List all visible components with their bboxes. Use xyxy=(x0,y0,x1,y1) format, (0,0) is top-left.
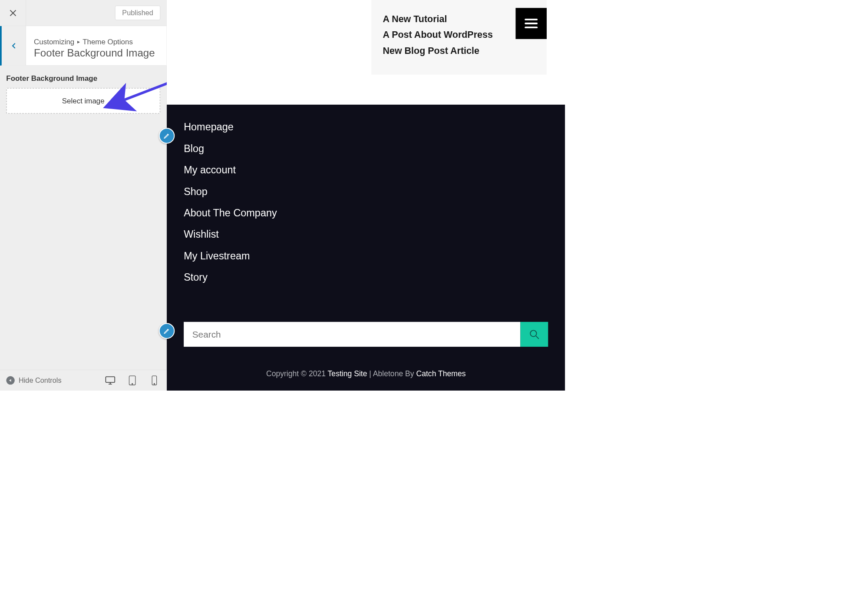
pencil-icon xyxy=(163,328,170,335)
edit-shortcut-search[interactable] xyxy=(159,323,175,338)
device-switcher xyxy=(104,373,161,388)
search-icon xyxy=(529,329,540,340)
post-link[interactable]: A Post About WordPress xyxy=(383,30,535,40)
footer-menu-link[interactable]: Shop xyxy=(184,186,565,197)
theme-author-link[interactable]: Catch Themes xyxy=(416,369,465,378)
breadcrumb-section: Theme Options xyxy=(83,37,133,46)
copyright-text: | Abletone By xyxy=(367,369,416,378)
svg-line-15 xyxy=(536,336,539,339)
panel-top-bar: Published xyxy=(0,0,166,26)
svg-marker-2 xyxy=(9,379,11,381)
footer-menu-link[interactable]: Blog xyxy=(184,143,565,154)
select-image-button[interactable]: Select image xyxy=(6,88,160,113)
breadcrumb-separator-icon: ▸ xyxy=(77,39,80,45)
post-link[interactable]: New Blog Post Article xyxy=(383,45,535,56)
device-tablet-button[interactable] xyxy=(126,373,139,388)
svg-rect-3 xyxy=(106,377,115,382)
preview-frame: A New Tutorial A Post About WordPress Ne… xyxy=(167,0,565,391)
bottom-bar: Hide Controls xyxy=(0,370,167,391)
tablet-icon xyxy=(127,375,137,385)
breadcrumb-title: Footer Background Image xyxy=(34,47,155,59)
hide-controls-label: Hide Controls xyxy=(19,376,62,385)
footer-menu-link[interactable]: Homepage xyxy=(184,121,565,133)
menu-toggle-button[interactable] xyxy=(515,8,547,39)
copyright-text: Copyright © 2021 xyxy=(266,369,328,378)
search-submit-button[interactable] xyxy=(520,322,548,347)
footer-search xyxy=(184,322,548,347)
panel-body: Footer Background Image Select image xyxy=(0,66,166,122)
device-desktop-button[interactable] xyxy=(104,373,117,388)
search-input[interactable] xyxy=(184,322,520,347)
hide-controls-button[interactable]: Hide Controls xyxy=(6,376,61,385)
post-link[interactable]: A New Tutorial xyxy=(383,13,535,24)
mobile-icon xyxy=(149,375,159,385)
breadcrumb-prefix: Customizing xyxy=(34,37,74,46)
footer-menu-link[interactable]: My Livestream xyxy=(184,250,565,262)
svg-point-14 xyxy=(530,330,536,336)
svg-point-7 xyxy=(132,383,133,384)
collapse-icon xyxy=(6,376,15,385)
footer-menu: Homepage Blog My account Shop About The … xyxy=(167,105,565,283)
chevron-left-icon xyxy=(10,42,17,50)
edit-shortcut-menu[interactable] xyxy=(159,128,175,143)
svg-point-9 xyxy=(154,383,155,384)
breadcrumb: Customizing ▸ Theme Options Footer Backg… xyxy=(26,26,163,65)
footer-menu-link[interactable]: My account xyxy=(184,164,565,176)
panel-breadcrumb-row: Customizing ▸ Theme Options Footer Backg… xyxy=(0,26,166,66)
close-icon xyxy=(9,9,17,17)
customizer-panel: Published Customizing ▸ Theme Options Fo… xyxy=(0,0,167,391)
site-footer: Homepage Blog My account Shop About The … xyxy=(167,105,565,391)
back-button[interactable] xyxy=(2,26,26,65)
field-label: Footer Background Image xyxy=(6,74,160,83)
site-title-link[interactable]: Testing Site xyxy=(328,369,367,378)
hamburger-icon xyxy=(524,18,538,29)
desktop-icon xyxy=(105,375,115,385)
footer-menu-link[interactable]: About The Company xyxy=(184,207,565,219)
pencil-icon xyxy=(163,133,170,139)
device-mobile-button[interactable] xyxy=(148,373,161,388)
publish-button[interactable]: Published xyxy=(115,6,160,20)
footer-menu-link[interactable]: Story xyxy=(184,272,565,283)
footer-copyright: Copyright © 2021 Testing Site | Abletone… xyxy=(167,369,565,378)
footer-menu-link[interactable]: Wishlist xyxy=(184,229,565,240)
close-button[interactable] xyxy=(0,0,26,26)
